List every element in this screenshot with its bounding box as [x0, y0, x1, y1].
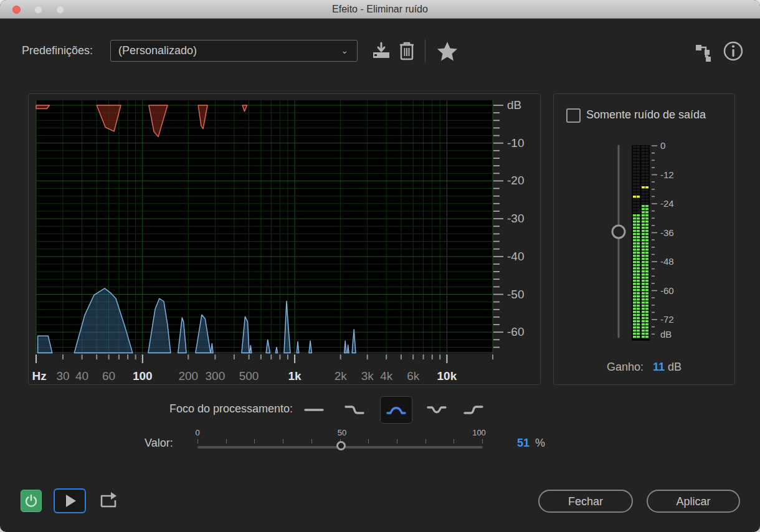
- db-ruler-label: -10: [507, 136, 524, 150]
- valor-value-unit: %: [535, 437, 545, 449]
- valor-tick: [368, 439, 369, 444]
- spectrum-graph-panel[interactable]: Hz3040601002003005001k2k3k4k6k10kdB-10-2…: [28, 93, 541, 385]
- x-axis-label: 6k: [407, 369, 420, 382]
- valor-tick: [425, 439, 426, 444]
- info-icon: [722, 40, 744, 62]
- channel-map-button[interactable]: [693, 41, 716, 64]
- gain-slider-knob[interactable]: [612, 226, 625, 238]
- focus-focus-mid-icon: [385, 402, 407, 417]
- valor-label: Valor:: [145, 437, 173, 450]
- valor-value-number: 51: [517, 437, 530, 449]
- x-axis-label: 200: [178, 369, 198, 382]
- meter-scale-label: -60: [660, 285, 674, 296]
- meter-scale-label: -24: [660, 198, 674, 209]
- gain-row: Ganho: 11 dB: [554, 361, 734, 374]
- meter-scale-label: -48: [660, 256, 674, 267]
- valor-tick: [254, 439, 255, 444]
- power-icon: [24, 493, 39, 508]
- window-title: Efeito - Eliminar ruído: [0, 4, 760, 15]
- presets-label: Predefinições:: [22, 44, 93, 57]
- presets-dropdown-value: (Personalizado): [118, 44, 197, 57]
- toolbar-separator: [425, 39, 425, 63]
- denoise-dialog: Efeito - Eliminar ruído Predefinições: (…: [0, 0, 760, 532]
- x-axis: Hz3040601002003005001k2k3k4k6k10k: [32, 354, 493, 382]
- meter-scale-label: -12: [660, 169, 674, 180]
- x-axis-label: 30: [56, 369, 69, 382]
- db-ruler-label: -30: [507, 212, 524, 225]
- valor-tick: [311, 439, 312, 444]
- x-axis-label: 4k: [380, 369, 393, 382]
- valor-value: 51 %: [517, 437, 545, 450]
- x-axis-label: 1k: [288, 369, 302, 382]
- valor-tick: [454, 439, 454, 444]
- chevron-down-icon: ⌄: [341, 40, 348, 61]
- gain-unit: dB: [668, 361, 682, 373]
- preview-play-button[interactable]: [54, 488, 86, 513]
- meter-scale-label: -72: [660, 314, 674, 325]
- save-preset-icon: [371, 41, 392, 61]
- output-panel: Somente ruído de saída 0-12-24-36-48-60-…: [553, 93, 735, 385]
- x-axis-label: 300: [206, 369, 226, 382]
- save-preset-button[interactable]: [369, 40, 393, 62]
- loop-playback-button[interactable]: [96, 488, 121, 513]
- close-button[interactable]: Fechar: [538, 490, 633, 513]
- focus-focus-high-icon: [462, 402, 485, 417]
- gain-value[interactable]: 11: [653, 361, 665, 373]
- x-axis-label: 60: [102, 369, 115, 382]
- gain-label: Ganho:: [607, 361, 644, 373]
- trash-icon: [397, 40, 416, 62]
- x-axis-label: 500: [239, 369, 259, 382]
- valor-tick: [482, 439, 483, 444]
- db-ruler: dB-10-20-30-40-50-60: [493, 98, 524, 348]
- focus-option-focus-high[interactable]: [457, 396, 490, 424]
- favorite-button[interactable]: [434, 40, 460, 62]
- valor-tick: [397, 439, 397, 444]
- focus-option-focus-mid[interactable]: [380, 396, 412, 424]
- x-axis-label: 40: [75, 369, 88, 382]
- signal-baseline: [36, 352, 493, 353]
- play-icon: [66, 495, 76, 507]
- valor-tick: [283, 439, 283, 444]
- channel-map-icon: [695, 42, 715, 62]
- valor-slider-knob[interactable]: [336, 441, 346, 450]
- meter-scale-label: -36: [660, 227, 674, 238]
- x-axis-label: 10k: [437, 369, 457, 382]
- favorite-star-icon: [435, 40, 459, 62]
- db-ruler-label: -20: [507, 174, 524, 187]
- x-axis-label: 2k: [335, 369, 348, 382]
- meter-scale-unit: dB: [660, 329, 672, 340]
- apply-button[interactable]: Aplicar: [647, 490, 740, 513]
- valor-scale-mid: 50: [338, 428, 346, 437]
- processing-focus-label: Foco do processamento:: [112, 402, 293, 416]
- titlebar[interactable]: Efeito - Eliminar ruído: [0, 0, 760, 19]
- presets-dropdown[interactable]: (Personalizado) ⌄: [110, 40, 358, 62]
- info-button[interactable]: [721, 40, 745, 62]
- valor-tick: [197, 439, 198, 444]
- db-ruler-label: dB: [507, 98, 521, 112]
- focus-option-focus-extremes[interactable]: [420, 396, 453, 424]
- effect-power-toggle[interactable]: [21, 490, 42, 512]
- meter-scale-label: 0: [660, 140, 665, 151]
- valor-tick: [226, 439, 227, 444]
- db-ruler-label: -50: [507, 288, 524, 301]
- valor-scale-min: 0: [195, 428, 199, 437]
- x-axis-label: 3k: [361, 369, 374, 382]
- gain-slider-and-level-meter: 0-12-24-36-48-60-72dB: [554, 94, 736, 386]
- x-axis-label: Hz: [32, 369, 47, 382]
- delete-preset-button[interactable]: [395, 40, 419, 62]
- x-axis-label: 100: [133, 369, 153, 382]
- focus-focus-low-icon: [343, 402, 366, 417]
- spectrum-plot: Hz3040601002003005001k2k3k4k6k10kdB-10-2…: [29, 94, 541, 386]
- db-ruler-label: -40: [507, 250, 524, 263]
- focus-option-focus-low[interactable]: [338, 396, 371, 424]
- loop-playback-icon: [97, 490, 120, 512]
- focus-option-full-range[interactable]: [298, 396, 330, 424]
- focus-focus-extremes-icon: [425, 402, 448, 417]
- meter-scale: 0-12-24-36-48-60-72dB: [652, 140, 674, 340]
- db-ruler-label: -60: [507, 325, 524, 338]
- valor-scale-max: 100: [472, 428, 486, 437]
- focus-full-range-icon: [303, 402, 325, 417]
